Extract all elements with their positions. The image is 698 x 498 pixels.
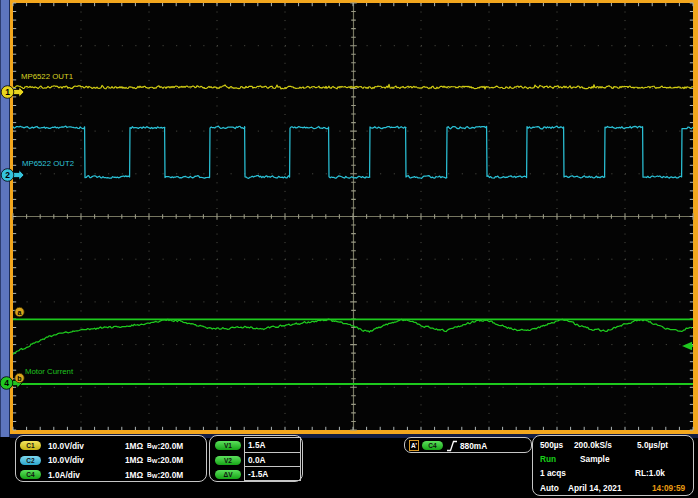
svg-text:Motor Current: Motor Current bbox=[25, 367, 74, 376]
svg-text:b: b bbox=[17, 375, 21, 382]
svg-text:1: 1 bbox=[5, 87, 10, 97]
svg-text:a: a bbox=[18, 309, 22, 316]
svg-text:MP6522 OUT1: MP6522 OUT1 bbox=[21, 72, 73, 81]
svg-text:MP6522 OUT2: MP6522 OUT2 bbox=[22, 159, 74, 168]
svg-text:4: 4 bbox=[4, 378, 9, 388]
svg-text:2: 2 bbox=[5, 170, 10, 180]
